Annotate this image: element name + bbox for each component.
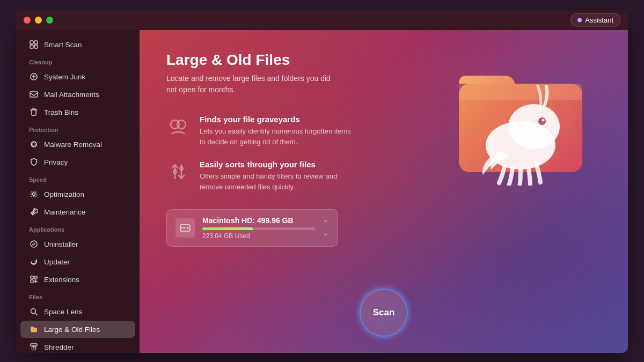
sidebar-item-extensions[interactable]: Extensions	[20, 271, 135, 288]
sidebar-item-mail-attachments[interactable]: Mail Attachments	[20, 86, 135, 103]
large-old-files-label: Large & Old Files	[44, 326, 100, 334]
sorts-desc: Offers simple and handy filters to revie…	[200, 171, 355, 192]
mail-attachments-label: Mail Attachments	[44, 91, 99, 99]
uninstaller-icon	[29, 239, 39, 249]
smart-scan-icon	[29, 40, 39, 49]
mail-icon	[29, 90, 39, 99]
svg-rect-13	[31, 344, 37, 346]
sidebar-item-trash-bins[interactable]: Trash Bins	[20, 104, 135, 121]
graveyards-icon-wrap	[166, 115, 190, 138]
sorts-text: Easily sorts through your files Offers s…	[200, 160, 355, 192]
sidebar-item-optimization[interactable]: Optimization	[20, 186, 135, 203]
optimization-label: Optimization	[44, 190, 84, 198]
disk-used: 223.04 GB Used	[202, 232, 315, 240]
shredder-label: Shredder	[44, 343, 74, 351]
maintenance-label: Maintenance	[44, 208, 85, 216]
features-list: Finds your file graveyards Lets you easi…	[166, 115, 601, 192]
feature-graveyards: Finds your file graveyards Lets you easi…	[166, 115, 601, 147]
sidebar-item-smart-scan[interactable]: Smart Scan	[20, 36, 135, 53]
scan-button-label: Scan	[373, 307, 395, 318]
app-body: Smart Scan Cleanup System Junk	[16, 30, 628, 353]
sorts-title: Easily sorts through your files	[200, 160, 355, 169]
extensions-icon	[29, 275, 39, 284]
system-junk-icon	[29, 72, 39, 82]
section-applications: Applications	[16, 221, 140, 235]
feature-sorts: Easily sorts through your files Offers s…	[166, 160, 601, 192]
maximize-button[interactable]	[46, 17, 53, 24]
svg-point-21	[177, 120, 186, 129]
main-content: Large & Old Files Locate and remove larg…	[140, 30, 628, 353]
svg-rect-0	[30, 41, 33, 44]
svg-rect-3	[34, 45, 38, 48]
sidebar-item-privacy[interactable]: Privacy	[20, 153, 135, 171]
sidebar-item-system-junk[interactable]: System Junk	[20, 68, 135, 85]
disk-bar-fill	[202, 227, 253, 230]
large-old-files-icon	[29, 324, 39, 334]
disk-selector[interactable]: Macintosh HD: 499.96 GB 223.04 GB Used ⌃…	[166, 209, 338, 247]
malware-icon	[29, 139, 39, 149]
updater-icon	[29, 257, 39, 267]
sorts-icon-wrap	[166, 160, 190, 183]
malware-removal-label: Malware Removal	[44, 141, 102, 149]
disk-info: Macintosh HD: 499.96 GB 223.04 GB Used	[202, 216, 315, 240]
svg-rect-1	[34, 41, 38, 44]
minimize-button[interactable]	[35, 17, 42, 24]
section-cleanup: Cleanup	[16, 54, 140, 68]
title-bar: Assistant	[16, 10, 628, 30]
space-lens-label: Space Lens	[44, 308, 82, 316]
sidebar-item-space-lens[interactable]: Space Lens	[20, 303, 135, 320]
sidebar: Smart Scan Cleanup System Junk	[16, 30, 140, 353]
scan-button-wrap: Scan	[360, 289, 408, 337]
graveyards-title: Finds your file graveyards	[200, 115, 355, 124]
sidebar-item-shredder[interactable]: Shredder	[20, 338, 135, 353]
smart-scan-label: Smart Scan	[44, 41, 82, 49]
content-inner: Large & Old Files Locate and remove larg…	[166, 51, 601, 247]
sidebar-item-maintenance[interactable]: Maintenance	[20, 203, 135, 220]
scan-button[interactable]: Scan	[360, 289, 408, 337]
traffic-lights	[24, 17, 53, 24]
disk-drive-icon	[175, 218, 195, 238]
close-button[interactable]	[24, 17, 31, 24]
assistant-button[interactable]: Assistant	[570, 13, 620, 27]
svg-point-7	[33, 193, 35, 196]
graveyards-text: Finds your file graveyards Lets you easi…	[200, 115, 355, 147]
extensions-label: Extensions	[44, 276, 79, 284]
maintenance-icon	[29, 207, 39, 217]
space-lens-icon	[29, 307, 39, 316]
sidebar-item-updater[interactable]: Updater	[20, 253, 135, 270]
svg-rect-10	[34, 276, 37, 279]
uninstaller-label: Uninstaller	[44, 240, 78, 248]
sidebar-item-malware-removal[interactable]: Malware Removal	[20, 136, 135, 153]
svg-rect-11	[31, 280, 33, 283]
privacy-icon	[29, 157, 39, 167]
page-subtitle: Locate and remove large files and folder…	[166, 73, 338, 95]
chevron-updown-icon: ⌃ ⌄	[323, 219, 329, 237]
trash-icon	[29, 107, 39, 117]
graveyards-desc: Lets you easily identify numerous forgot…	[200, 126, 355, 147]
sidebar-item-large-old-files[interactable]: Large & Old Files	[20, 321, 135, 338]
page-title: Large & Old Files	[166, 51, 601, 69]
app-window: Assistant Smart Scan Cleanup	[16, 10, 628, 353]
sidebar-item-uninstaller[interactable]: Uninstaller	[20, 235, 135, 253]
shredder-icon	[29, 342, 39, 352]
updater-label: Updater	[44, 258, 70, 266]
trash-bins-label: Trash Bins	[44, 108, 78, 116]
disk-name: Macintosh HD: 499.96 GB	[202, 216, 315, 225]
svg-rect-9	[31, 276, 33, 279]
section-protection: Protection	[16, 121, 140, 135]
privacy-label: Privacy	[44, 158, 68, 166]
disk-bar	[202, 227, 315, 230]
svg-rect-2	[30, 45, 33, 48]
assistant-label: Assistant	[585, 16, 613, 24]
optimization-icon	[29, 189, 39, 199]
section-speed: Speed	[16, 171, 140, 185]
system-junk-label: System Junk	[44, 73, 85, 81]
section-files: Files	[16, 289, 140, 302]
svg-point-25	[187, 227, 189, 229]
svg-rect-5	[30, 92, 38, 97]
assistant-dot-icon	[577, 18, 582, 22]
